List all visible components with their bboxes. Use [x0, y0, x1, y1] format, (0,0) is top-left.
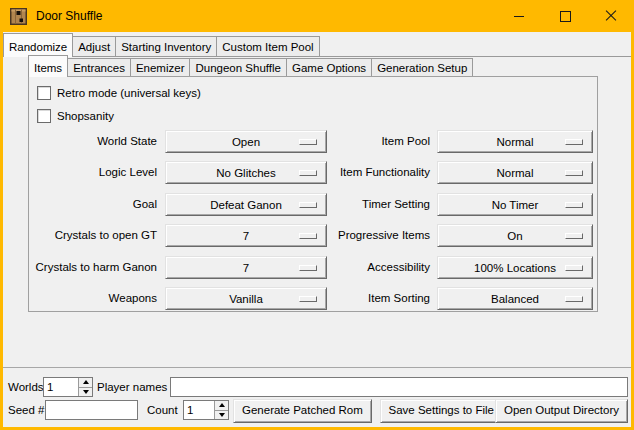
- tab-enemizer[interactable]: Enemizer: [130, 58, 191, 76]
- dropdown-indicator-icon: [299, 265, 317, 271]
- dropdown-world-state[interactable]: Open: [165, 130, 327, 153]
- checkbox-shopsanity[interactable]: Shopsanity: [37, 109, 114, 123]
- up-arrow-icon: [83, 380, 89, 384]
- close-button[interactable]: [588, 0, 634, 32]
- maximize-button[interactable]: [542, 0, 588, 32]
- minimize-button[interactable]: [496, 0, 542, 32]
- label-weapons: Weapons: [28, 287, 157, 310]
- player-names-label: Player names: [97, 377, 167, 397]
- outer-tab-bar: Randomize Adjust Starting Inventory Cust…: [3, 33, 320, 56]
- label-timer-setting: Timer Setting: [318, 193, 430, 216]
- down-arrow-icon: [219, 413, 225, 417]
- dropdown-weapons[interactable]: Vanilla: [165, 287, 327, 310]
- checkbox-retro-mode[interactable]: Retro mode (universal keys): [37, 86, 201, 100]
- dropdown-indicator-icon: [565, 265, 583, 271]
- tab-dungeon-shuffle[interactable]: Dungeon Shuffle: [189, 58, 286, 76]
- dropdown-value: Balanced: [491, 293, 539, 305]
- count-spinbox[interactable]: [183, 400, 229, 420]
- dropdown-value: No Glitches: [216, 167, 275, 179]
- dropdown-goal[interactable]: Defeat Ganon: [165, 193, 327, 216]
- dropdown-value: 7: [243, 262, 249, 274]
- dropdown-accessibility[interactable]: 100% Locations: [437, 256, 593, 279]
- label-item-functionality: Item Functionality: [318, 161, 430, 184]
- dropdown-item-functionality[interactable]: Normal: [437, 161, 593, 184]
- dropdown-indicator-icon: [565, 296, 583, 302]
- seed-input[interactable]: [45, 400, 138, 420]
- worlds-label: Worlds: [8, 377, 44, 397]
- tab-generation-setup[interactable]: Generation Setup: [371, 58, 473, 76]
- dropdown-value: Normal: [496, 136, 533, 148]
- label-goal: Goal: [28, 193, 157, 216]
- player-names-input[interactable]: [170, 377, 628, 397]
- tab-custom-item-pool[interactable]: Custom Item Pool: [216, 36, 319, 56]
- count-input[interactable]: [184, 401, 214, 419]
- dropdown-indicator-icon: [299, 202, 317, 208]
- count-spin-up-button[interactable]: [215, 401, 228, 411]
- dropdown-crystals-gt[interactable]: 7: [165, 224, 327, 247]
- dropdown-value: Normal: [496, 167, 533, 179]
- dropdown-value: On: [507, 230, 522, 242]
- maximize-icon: [560, 11, 571, 22]
- label-accessibility: Accessibility: [318, 256, 430, 279]
- count-label: Count: [147, 400, 178, 420]
- dropdown-value: Vanilla: [229, 293, 263, 305]
- dropdown-indicator-icon: [299, 170, 317, 176]
- worlds-spin-up-button[interactable]: [79, 378, 92, 388]
- dropdown-indicator-icon: [565, 233, 583, 239]
- label-world-state: World State: [28, 130, 157, 153]
- dropdown-value: Open: [232, 136, 260, 148]
- tab-randomize[interactable]: Randomize: [3, 33, 73, 57]
- down-arrow-icon: [83, 390, 89, 394]
- dropdown-value: 100% Locations: [474, 262, 556, 274]
- window-border-left: [0, 32, 3, 430]
- count-spin-down-button[interactable]: [215, 411, 228, 420]
- worlds-spin-down-button[interactable]: [79, 388, 92, 397]
- dropdown-indicator-icon: [299, 296, 317, 302]
- tab-entrances[interactable]: Entrances: [67, 58, 131, 76]
- dropdown-value: 7: [243, 230, 249, 242]
- door-icon: [10, 8, 27, 25]
- open-output-directory-button[interactable]: Open Output Directory: [495, 399, 628, 423]
- titlebar[interactable]: Door Shuffle: [0, 0, 634, 32]
- tab-items[interactable]: Items: [28, 55, 68, 77]
- label-logic-level: Logic Level: [28, 161, 157, 184]
- dropdown-item-pool[interactable]: Normal: [437, 130, 593, 153]
- checkbox-box[interactable]: [37, 109, 51, 123]
- label-crystals-ganon: Crystals to harm Ganon: [28, 256, 157, 279]
- close-icon: [605, 10, 617, 22]
- dropdown-indicator-icon: [299, 139, 317, 145]
- window-title: Door Shuffle: [36, 9, 103, 23]
- label-crystals-gt: Crystals to open GT: [28, 224, 157, 247]
- tab-game-options[interactable]: Game Options: [286, 58, 372, 76]
- label-item-pool: Item Pool: [318, 130, 430, 153]
- caption-buttons: [496, 0, 634, 32]
- generate-patched-rom-button[interactable]: Generate Patched Rom: [233, 399, 372, 423]
- dropdown-indicator-icon: [565, 170, 583, 176]
- tab-starting-inventory[interactable]: Starting Inventory: [115, 36, 217, 56]
- label-item-sorting: Item Sorting: [318, 287, 430, 310]
- seed-label: Seed #: [8, 400, 44, 420]
- dropdown-progressive-items[interactable]: On: [437, 224, 593, 247]
- up-arrow-icon: [219, 403, 225, 407]
- dropdown-logic-level[interactable]: No Glitches: [165, 161, 327, 184]
- label-progressive-items: Progressive Items: [318, 224, 430, 247]
- dropdown-item-sorting[interactable]: Balanced: [437, 287, 593, 310]
- worlds-input[interactable]: [44, 378, 78, 396]
- dropdown-crystals-ganon[interactable]: 7: [165, 256, 327, 279]
- tab-adjust[interactable]: Adjust: [72, 36, 116, 56]
- inner-tab-bar: Items Entrances Enemizer Dungeon Shuffle…: [28, 55, 473, 76]
- dropdown-timer-setting[interactable]: No Timer: [437, 193, 593, 216]
- dropdown-value: Defeat Ganon: [210, 199, 282, 211]
- save-settings-button[interactable]: Save Settings to File: [380, 399, 503, 423]
- dropdown-indicator-icon: [565, 202, 583, 208]
- dropdown-value: No Timer: [492, 199, 539, 211]
- checkbox-box[interactable]: [37, 86, 51, 100]
- minimize-icon: [514, 16, 524, 17]
- checkbox-label: Shopsanity: [57, 110, 114, 122]
- dropdown-indicator-icon: [299, 233, 317, 239]
- checkbox-label: Retro mode (universal keys): [57, 87, 201, 99]
- dropdown-indicator-icon: [565, 139, 583, 145]
- worlds-spinbox[interactable]: [43, 377, 93, 397]
